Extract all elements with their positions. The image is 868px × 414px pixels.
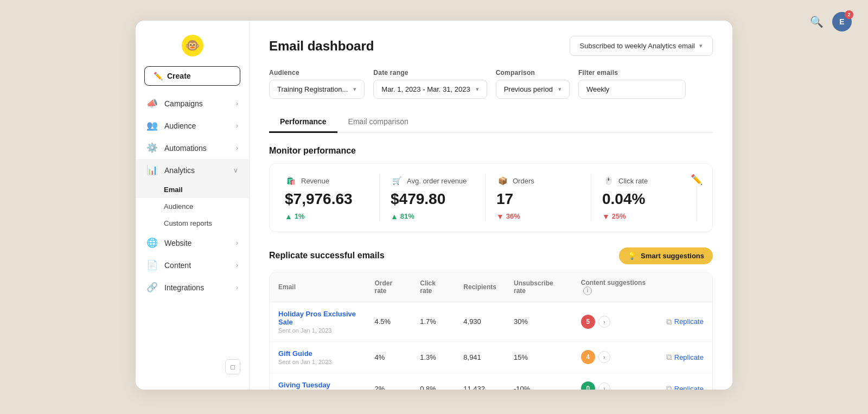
revenue-label: Revenue: [301, 177, 329, 185]
unsubscribe-rate-2: 15%: [505, 341, 572, 373]
unsubscribe-rate-3: -10%: [505, 373, 572, 390]
sidebar-item-label: Integrations: [164, 283, 204, 292]
avatar[interactable]: E 2: [832, 12, 852, 31]
email-cell-2: Gift Guide Sent on Jan 1, 2023: [270, 341, 366, 373]
chevron-down-icon: ▾: [699, 42, 703, 49]
main-header: Email dashboard Subscribed to weekly Ana…: [269, 36, 713, 56]
metric-avg-order: 🛒 Avg. order revenue $479.80 ▲ 81%: [380, 175, 486, 221]
replicate-icon: ⧉: [666, 384, 672, 390]
subnav-audience[interactable]: Audience: [136, 198, 249, 215]
table-header-row: Email Order rate Click rate Recipients U…: [270, 272, 712, 302]
search-button[interactable]: 🔍: [810, 15, 824, 28]
main-content: Email dashboard Subscribed to weekly Ana…: [250, 21, 732, 390]
filter-emails-label: Filter emails: [578, 69, 686, 77]
smart-btn-label: Smart suggestions: [641, 252, 704, 260]
click-rate-label: Click rate: [618, 177, 648, 185]
col-recipients: Recipients: [455, 272, 505, 302]
info-icon[interactable]: i: [583, 286, 592, 295]
sidebar-item-analytics[interactable]: 📊 Analytics ∨: [136, 159, 249, 181]
arrow-up-icon: ▲: [391, 212, 398, 221]
filters-row: Audience Training Registration... ▾ Date…: [269, 69, 713, 99]
logo: 🐵: [136, 29, 249, 66]
click-rate-change: ▼ 25%: [602, 212, 686, 221]
audience-filter-label: Audience: [269, 69, 365, 77]
chevron-right-icon: ›: [236, 144, 238, 152]
suggestions-1: 5 ›: [572, 302, 658, 341]
replicate-table: Email Order rate Click rate Recipients U…: [270, 272, 712, 390]
replicate-button-2[interactable]: ⧉ Replicate: [666, 352, 704, 362]
mailchimp-logo: 🐵: [182, 35, 203, 56]
action-cell-3: ⧉ Replicate: [658, 373, 712, 390]
chevron-down-icon: ▾: [353, 86, 356, 93]
filter-emails-input[interactable]: [578, 80, 686, 99]
email-name-1[interactable]: Holiday Pros Exclusive Sale: [278, 310, 358, 326]
recipients-1: 4,930: [455, 302, 505, 341]
suggestions-3: 0 ›: [572, 373, 658, 390]
collapse-sidebar-button[interactable]: ◻: [225, 359, 240, 374]
click-rate-value: 0.04%: [602, 191, 686, 208]
suggestion-arrow-2[interactable]: ›: [598, 351, 610, 363]
action-cell-1: ⧉ Replicate: [658, 302, 712, 341]
analytics-icon: 📊: [146, 164, 158, 176]
date-range-label: Date range: [373, 69, 487, 77]
page-title: Email dashboard: [269, 39, 374, 54]
sidebar-item-label: Analytics: [164, 166, 195, 175]
chevron-down-icon: ▾: [558, 86, 561, 93]
replicate-button-3[interactable]: ⧉ Replicate: [666, 384, 704, 390]
edit-metrics-button[interactable]: ✏️: [691, 174, 703, 186]
sidebar-item-label: Audience: [164, 122, 196, 130]
subnav-email[interactable]: Email: [136, 181, 249, 198]
action-cell-2: ⧉ Replicate: [658, 341, 712, 373]
sidebar-item-audience[interactable]: 👥 Audience ›: [136, 114, 249, 137]
tab-performance[interactable]: Performance: [269, 112, 337, 133]
order-rate-2: 4%: [366, 341, 412, 373]
subscribe-analytics-button[interactable]: Subscribed to weekly Analytics email ▾: [570, 36, 713, 56]
chevron-right-icon: ›: [236, 122, 238, 130]
col-actions: [658, 272, 712, 302]
email-sent-1: Sent on Jan 1, 2023: [278, 327, 358, 334]
email-sent-2: Sent on Jan 1, 2023: [278, 359, 358, 365]
date-range-filter: Date range Mar. 1, 2023 - Mar. 31, 2023 …: [373, 69, 487, 99]
suggestion-arrow-3[interactable]: ›: [598, 383, 610, 390]
date-range-select[interactable]: Mar. 1, 2023 - Mar. 31, 2023 ▾: [373, 80, 487, 99]
suggestions-2: 4 ›: [572, 341, 658, 373]
table-row: Gift Guide Sent on Jan 1, 2023 4% 1.3% 8…: [270, 341, 712, 373]
sidebar-item-label: Website: [164, 239, 192, 247]
campaigns-icon: 📣: [146, 98, 158, 109]
suggestion-badge-2: 4: [581, 350, 595, 364]
subnav-custom-reports[interactable]: Custom reports: [136, 215, 249, 232]
subscribe-label: Subscribed to weekly Analytics email: [580, 42, 695, 50]
tabs-row: Performance Email comparison: [269, 112, 713, 133]
replicate-icon: ⧉: [666, 352, 672, 362]
suggestion-arrow-1[interactable]: ›: [598, 316, 610, 328]
sidebar-item-automations[interactable]: ⚙️ Automations ›: [136, 137, 249, 159]
chevron-right-icon: ›: [236, 262, 238, 269]
comparison-select[interactable]: Previous period ▾: [496, 80, 570, 99]
sidebar-item-integrations[interactable]: 🔗 Integrations ›: [136, 276, 249, 298]
order-rate-3: 2%: [366, 373, 412, 390]
sidebar-item-content[interactable]: 📄 Content ›: [136, 254, 249, 276]
recipients-3: 11,432: [455, 373, 505, 390]
col-click-rate: Click rate: [411, 272, 455, 302]
email-name-3[interactable]: Giving Tuesday: [278, 381, 358, 389]
create-button[interactable]: ✏️ Create: [144, 66, 240, 86]
orders-label: Orders: [513, 177, 534, 185]
chevron-down-icon: ▾: [476, 86, 479, 93]
smart-suggestions-button[interactable]: 💡 Smart suggestions: [619, 247, 713, 264]
audience-select[interactable]: Training Registration... ▾: [269, 80, 365, 99]
avg-order-label: Avg. order revenue: [407, 177, 467, 185]
audience-select-value: Training Registration...: [277, 85, 348, 93]
orders-icon: 📦: [496, 175, 508, 187]
sidebar-item-website[interactable]: 🌐 Website ›: [136, 232, 249, 254]
arrow-up-icon: ▲: [285, 212, 292, 221]
tab-email-comparison[interactable]: Email comparison: [337, 112, 419, 133]
sidebar-item-campaigns[interactable]: 📣 Campaigns ›: [136, 92, 249, 114]
replicate-button-1[interactable]: ⧉ Replicate: [666, 317, 704, 327]
orders-value: 17: [496, 191, 580, 208]
sidebar-item-label: Automations: [164, 144, 207, 152]
col-unsubscribe-rate: Unsubscribe rate: [505, 272, 572, 302]
sidebar-item-label: Content: [164, 261, 191, 270]
suggestion-badge-3: 0: [581, 381, 595, 390]
comparison-value: Previous period: [504, 85, 553, 93]
email-name-2[interactable]: Gift Guide: [278, 349, 358, 358]
